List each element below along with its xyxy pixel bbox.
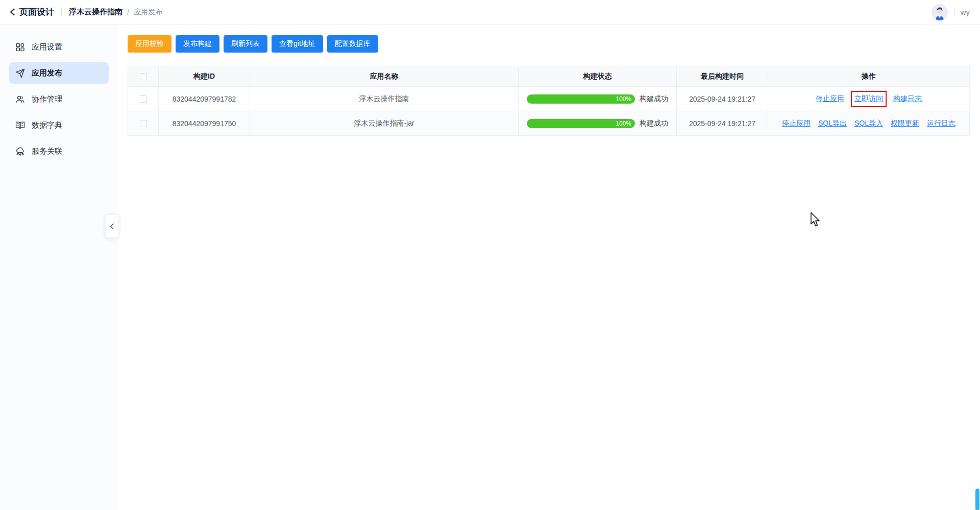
sidebar: 应用设置 应用发布 协作管理 数据字典 服务关联 bbox=[0, 25, 117, 510]
table-header-row: 构建ID 应用名称 构建状态 最后构建时间 操作 bbox=[128, 66, 969, 87]
last-build-time-cell: 2025-09-24 19:21:27 bbox=[677, 111, 768, 136]
operations-cell: 停止应用 SQL导出 SQL导入 权限更新 运行日志 bbox=[782, 119, 955, 128]
build-status-cell: 100% 构建成功 bbox=[527, 119, 668, 128]
chevron-left-icon bbox=[110, 223, 114, 230]
top-header: 页面设计 浮木云操作指南 / 应用发布 wy bbox=[0, 0, 980, 25]
username: wy bbox=[961, 8, 970, 16]
cloud-network-icon bbox=[15, 147, 25, 156]
breadcrumb-current-page: 应用发布 bbox=[134, 8, 162, 17]
stop-app-link[interactable]: 停止应用 bbox=[816, 94, 844, 104]
users-icon bbox=[15, 94, 25, 104]
breadcrumb-app-name[interactable]: 浮木云操作指南 bbox=[69, 7, 122, 17]
user-avatar[interactable] bbox=[932, 4, 948, 20]
breadcrumb-separator: / bbox=[127, 8, 129, 16]
build-log-link[interactable]: 构建日志 bbox=[893, 94, 922, 104]
visit-now-link[interactable]: 立即访问 bbox=[854, 94, 883, 104]
build-table: 构建ID 应用名称 构建状态 最后构建时间 操作 832044209799178… bbox=[128, 66, 970, 136]
toolbar: 应用校验 发布构建 刷新列表 查看git地址 配置数据库 bbox=[128, 35, 970, 53]
progress-bar: 100% bbox=[527, 94, 635, 104]
build-id-cell: 8320442097991750 bbox=[159, 111, 250, 136]
table-row: 8320442097991782 浮木云操作指南 100% 构建成功 2025-… bbox=[128, 87, 969, 111]
stop-app-link[interactable]: 停止应用 bbox=[782, 119, 811, 128]
build-id-cell: 8320442097991782 bbox=[159, 87, 250, 111]
progress-percent: 100% bbox=[616, 95, 631, 103]
progress-percent: 100% bbox=[616, 120, 631, 127]
back-label: 页面设计 bbox=[19, 6, 54, 18]
build-status-cell: 100% 构建成功 bbox=[527, 94, 668, 104]
operations-cell: 停止应用 立即访问 构建日志 bbox=[816, 91, 922, 107]
status-label: 构建成功 bbox=[640, 94, 668, 104]
app-verify-button[interactable]: 应用校验 bbox=[128, 35, 172, 53]
column-header-build-status: 构建状态 bbox=[519, 66, 677, 87]
column-header-operations: 操作 bbox=[768, 66, 969, 87]
sql-export-link[interactable]: SQL导出 bbox=[818, 119, 847, 128]
column-header-app-name: 应用名称 bbox=[250, 66, 519, 87]
send-icon bbox=[15, 68, 25, 78]
sidebar-item-collaboration[interactable]: 协作管理 bbox=[9, 88, 109, 110]
row-checkbox[interactable] bbox=[140, 120, 147, 127]
red-annotation-box: 立即访问 bbox=[851, 91, 887, 107]
sidebar-item-data-dictionary[interactable]: 数据字典 bbox=[9, 114, 109, 136]
column-header-last-build-time: 最后构建时间 bbox=[677, 66, 768, 87]
select-all-checkbox[interactable] bbox=[140, 73, 147, 80]
grid-icon bbox=[15, 42, 25, 52]
sidebar-item-service-association[interactable]: 服务关联 bbox=[9, 140, 109, 162]
app-name-cell: 浮木云操作指南 bbox=[250, 87, 519, 111]
sidebar-item-label: 协作管理 bbox=[32, 94, 62, 104]
chevron-left-icon bbox=[9, 8, 16, 16]
sidebar-item-label: 数据字典 bbox=[32, 120, 62, 130]
app-name-cell: 浮木云操作指南-jar bbox=[250, 111, 519, 136]
refresh-list-button[interactable]: 刷新列表 bbox=[224, 35, 267, 53]
view-git-url-button[interactable]: 查看git地址 bbox=[272, 35, 323, 53]
table-row: 8320442097991750 浮木云操作指南-jar 100% 构建成功 2… bbox=[128, 111, 969, 136]
sidebar-item-app-release[interactable]: 应用发布 bbox=[9, 62, 109, 84]
avatar-person-icon bbox=[932, 4, 948, 20]
last-build-time-cell: 2025-09-24 19:21:27 bbox=[677, 87, 768, 111]
scrollbar-thumb[interactable] bbox=[975, 489, 979, 510]
main-content: 应用校验 发布构建 刷新列表 查看git地址 配置数据库 构建ID 应用名称 构… bbox=[117, 25, 980, 510]
configure-database-button[interactable]: 配置数据库 bbox=[327, 35, 378, 53]
sidebar-item-label: 应用发布 bbox=[32, 68, 62, 78]
user-area: wy bbox=[932, 4, 970, 20]
progress-bar: 100% bbox=[527, 119, 635, 128]
sidebar-item-label: 应用设置 bbox=[32, 42, 62, 52]
column-header-build-id: 构建ID bbox=[159, 66, 250, 87]
book-icon bbox=[15, 120, 25, 130]
status-label: 构建成功 bbox=[640, 119, 668, 128]
sidebar-collapse-button[interactable] bbox=[105, 214, 118, 238]
back-button[interactable]: 页面设计 bbox=[9, 6, 54, 18]
publish-build-button[interactable]: 发布构建 bbox=[176, 35, 219, 53]
sidebar-item-app-settings[interactable]: 应用设置 bbox=[9, 36, 109, 58]
row-checkbox[interactable] bbox=[140, 95, 147, 103]
run-log-link[interactable]: 运行日志 bbox=[927, 119, 955, 128]
user-divider bbox=[954, 8, 954, 16]
sidebar-item-label: 服务关联 bbox=[32, 147, 62, 156]
header-divider bbox=[61, 8, 62, 16]
sql-import-link[interactable]: SQL导入 bbox=[854, 119, 883, 128]
permission-update-link[interactable]: 权限更新 bbox=[891, 119, 919, 128]
